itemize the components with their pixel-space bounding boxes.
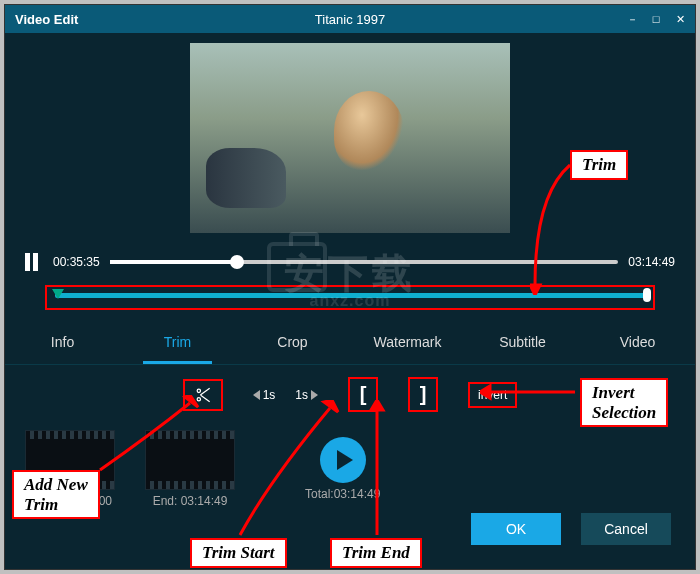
tab-crop[interactable]: Crop (235, 324, 350, 364)
arrow-trim-start (230, 400, 340, 540)
callout-trim-end: Trim End (330, 538, 422, 568)
arrow-invert (480, 382, 580, 402)
svg-marker-4 (371, 400, 383, 410)
playback-row: 00:35:35 03:14:49 (5, 253, 695, 271)
callout-add-new-trim: Add New Trim (12, 470, 100, 519)
total-time: 03:14:49 (628, 255, 675, 269)
tab-watermark[interactable]: Watermark (350, 324, 465, 364)
svg-marker-1 (480, 386, 490, 398)
trim-handle-end[interactable] (643, 288, 651, 302)
video-preview[interactable] (190, 43, 510, 233)
tab-info[interactable]: Info (5, 324, 120, 364)
trim-handle-start[interactable] (52, 289, 64, 299)
tab-video[interactable]: Video (580, 324, 695, 364)
arrow-trim (530, 155, 580, 295)
dialog-buttons: OK Cancel (471, 513, 671, 545)
cancel-button[interactable]: Cancel (581, 513, 671, 545)
arrow-add-trim (90, 395, 200, 475)
arrow-trim-end (365, 400, 395, 540)
app-name: Video Edit (15, 12, 78, 27)
progress-thumb[interactable] (230, 255, 244, 269)
pause-button[interactable] (25, 253, 43, 271)
callout-trim-start: Trim Start (190, 538, 287, 568)
svg-marker-3 (324, 400, 338, 412)
svg-marker-0 (530, 285, 540, 295)
current-time: 00:35:35 (53, 255, 100, 269)
trim-end-button[interactable]: ] (408, 377, 438, 412)
callout-invert-selection: Invert Selection (580, 378, 668, 427)
ok-button[interactable]: OK (471, 513, 561, 545)
close-button[interactable]: ✕ (673, 12, 687, 26)
preview-area (5, 33, 695, 233)
video-edit-window: Video Edit Titanic 1997 － □ ✕ 00:35:35 0… (4, 4, 696, 570)
tab-subtitle[interactable]: Subtitle (465, 324, 580, 364)
tab-trim[interactable]: Trim (120, 324, 235, 364)
file-title: Titanic 1997 (315, 12, 385, 27)
minimize-button[interactable]: － (625, 12, 639, 26)
maximize-button[interactable]: □ (649, 12, 663, 26)
titlebar: Video Edit Titanic 1997 － □ ✕ (5, 5, 695, 33)
window-controls: － □ ✕ (625, 12, 687, 26)
bracket-close-icon: ] (420, 383, 427, 406)
tabs-row: Info Trim Crop Watermark Subtitle Video (5, 324, 695, 365)
